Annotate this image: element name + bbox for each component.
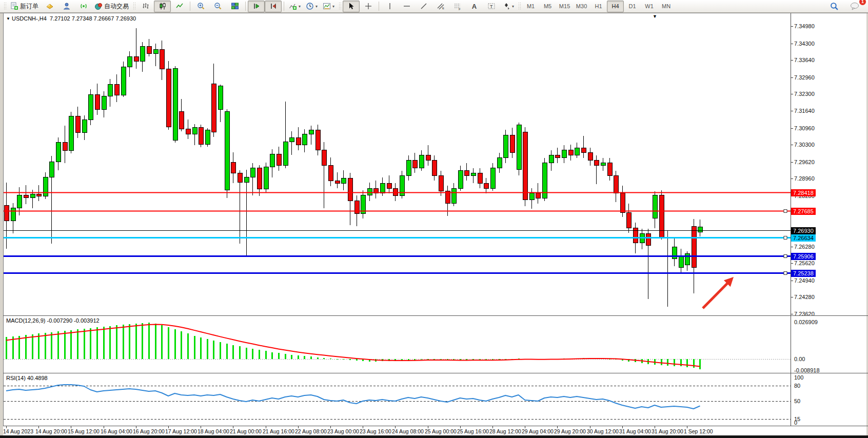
macd-bar [343,359,344,360]
toolbar-grip[interactable] [133,2,135,10]
candle-body [510,135,515,153]
date-label: 21 Aug 00:00 [230,428,262,434]
collapse-triangle-icon[interactable]: ▼ [6,16,10,21]
candle-body [309,130,313,134]
vertical-line-tool-button[interactable] [381,1,398,12]
macd-bar [317,357,319,359]
new-order-button[interactable]: 新订单 [8,1,41,12]
candle-body [529,193,534,200]
timeframe-mn-button[interactable]: MN [658,1,675,12]
chart-shift-button[interactable] [265,1,282,12]
tile-windows-button[interactable] [226,1,243,12]
rsi-pane-separator[interactable] [3,373,868,373]
notifications-button[interactable]: 1 [846,1,863,12]
candle-body [517,125,521,170]
candle-body [562,150,566,158]
price-tick-label: 7.24940 [794,277,815,284]
line-endpoint-marker [784,272,787,275]
signals-button[interactable] [75,1,92,12]
candle-body [653,195,657,218]
candle-body [199,128,203,145]
macd-bar [70,330,72,359]
periods-button[interactable]: ▾ [303,1,320,12]
macd-pane-separator[interactable] [3,315,868,316]
date-label: 28 Aug 12:00 [489,428,521,434]
indicators-button[interactable]: ▾ [286,1,303,12]
price-line-tag: 7.27685 [791,208,816,215]
search-button[interactable] [826,1,843,12]
candle-body [82,120,87,133]
timeframe-m15-button[interactable]: M15 [556,1,573,12]
price-tick-label: 7.34980 [794,23,815,29]
chart-line-button[interactable] [171,1,188,12]
chart-shift-marker-icon[interactable]: ▼ [653,14,657,19]
text-label-tool-button[interactable]: T [483,1,500,12]
timeframe-m5-button[interactable]: M5 [539,1,556,12]
candle-body [43,177,48,196]
candle-body [348,178,352,201]
candle-body [614,175,618,193]
macd-bar [285,354,286,359]
auto-scroll-button[interactable] [248,1,265,12]
timeframe-d1-button[interactable]: D1 [624,1,641,12]
line-endpoint-marker [784,210,787,213]
price-tick-label: 7.30960 [794,125,815,131]
candle-body [523,132,527,200]
candle-body [63,142,67,151]
macd-bar [135,324,137,359]
channel-tool-button[interactable]: E [432,1,449,12]
zoom-in-button[interactable] [192,1,209,12]
profiles-button[interactable] [41,1,58,12]
candle-body [646,234,650,246]
fibonacci-tool-button[interactable]: F [449,1,466,12]
macd-bar [174,329,176,359]
trendline-tool-button[interactable] [415,1,432,12]
cursor-tool-button[interactable] [343,1,360,12]
horizontal-line-tool-button[interactable] [398,1,415,12]
toolbar-grip[interactable] [339,2,341,10]
text-tool-button[interactable]: A [466,1,483,12]
macd-bar [116,325,117,359]
chart-bars-button[interactable] [137,1,154,12]
macd-bar [90,328,91,359]
macd-bar [271,352,273,359]
templates-button[interactable]: ▾ [320,1,337,12]
zoom-out-button[interactable] [209,1,226,12]
candle-body [581,148,586,153]
macd-bar [278,353,280,359]
chart-shift-icon [269,2,278,10]
chart-candles-button[interactable] [154,1,171,12]
macd-bar [213,341,214,359]
timeframe-w1-button[interactable]: W1 [641,1,658,12]
candle-body [341,178,346,183]
macd-bar [181,331,182,359]
macd-bar [414,359,416,360]
timeframe-h4-button[interactable]: H4 [607,1,624,12]
horizontal-line-icon [403,2,411,10]
candle-body [393,188,398,196]
candle-body [56,142,61,162]
macd-bar [32,334,33,359]
timeframe-h1-button[interactable]: H1 [590,1,607,12]
main-chart-canvas[interactable] [4,13,791,315]
rsi-pane-canvas[interactable] [4,373,791,426]
date-label: 25 Aug 00:00 [425,428,457,434]
timeframe-m30-button[interactable]: M30 [573,1,590,12]
date-label: 14 Aug 2023 [3,428,33,434]
date-label: 25 Aug 16:00 [457,428,489,434]
bars-chart-icon [142,2,150,10]
community-button[interactable] [58,1,75,12]
toolbar-grip[interactable] [4,2,6,10]
price-tick-label: 7.33640 [794,57,815,63]
autotrade-button[interactable]: 自动交易 [92,1,131,12]
clock-icon [306,2,314,10]
macd-bar [356,359,358,361]
timeframe-m1-button[interactable]: M1 [522,1,539,12]
crosshair-tool-button[interactable] [360,1,377,12]
macd-pane-canvas[interactable] [4,316,791,373]
toolbar-grip[interactable] [518,2,521,10]
arrows-tool-button[interactable]: ▾ [500,1,517,12]
macd-bar [699,359,701,369]
macd-bar [25,335,27,359]
candle-body [102,96,106,110]
